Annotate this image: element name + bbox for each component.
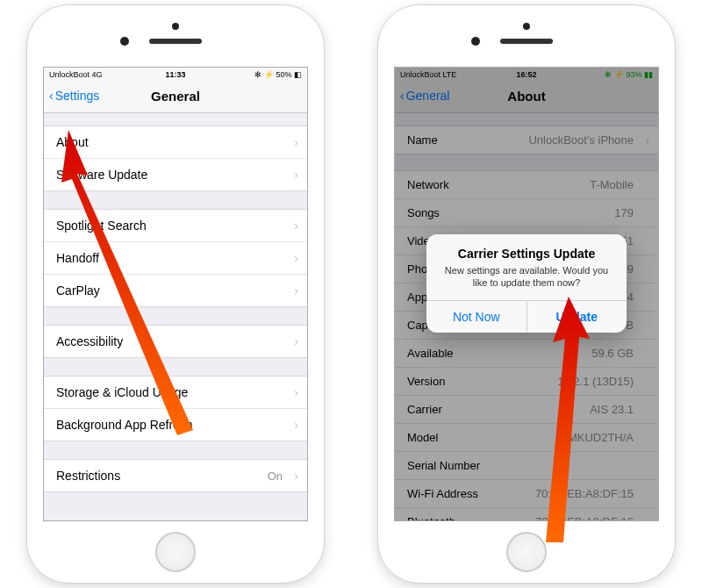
chevron-right-icon: › [294, 219, 298, 233]
earpiece [500, 39, 553, 44]
group-1: About› Software Update› [44, 125, 307, 191]
row-storage[interactable]: Storage & iCloud Usage› [44, 376, 307, 409]
alert-title: Carrier Settings Update [426, 234, 627, 264]
row-value: On [268, 470, 283, 483]
nav-title: General [44, 89, 307, 104]
row-label: Software Update [56, 168, 147, 182]
sensor-dot [172, 23, 179, 30]
row-restrictions[interactable]: RestrictionsOn› [44, 460, 307, 491]
row-bgrefresh[interactable]: Background App Refresh› [44, 409, 307, 441]
alert-buttons: Not Now Update [426, 300, 627, 333]
status-bar: UnlockBoot 4G 11:33 ✻ ⚡ 50% ◧ [44, 68, 307, 82]
phone-right: UnlockBoot LTE 16:52 ✻ ⚡ 93% ▮▮ ‹ Genera… [377, 4, 676, 584]
row-label: Background App Refresh [56, 418, 193, 432]
chevron-right-icon: › [294, 385, 298, 399]
row-label: Spotlight Search [56, 219, 147, 233]
settings-list[interactable]: About› Software Update› Spotlight Search… [44, 113, 307, 520]
alert-body: New settings are available. Would you li… [426, 264, 627, 300]
group-4: Storage & iCloud Usage› Background App R… [44, 376, 307, 441]
row-label: About [56, 135, 89, 149]
screen-right: UnlockBoot LTE 16:52 ✻ ⚡ 93% ▮▮ ‹ Genera… [394, 67, 659, 521]
chevron-right-icon: › [294, 251, 298, 265]
group-2: Spotlight Search› Handoff› CarPlay› [44, 209, 307, 307]
carrier-update-alert: Carrier Settings Update New settings are… [426, 234, 627, 333]
earpiece [149, 39, 202, 44]
group-3: Accessibility› [44, 325, 307, 358]
row-carplay[interactable]: CarPlay› [44, 275, 307, 306]
chevron-right-icon: › [294, 469, 298, 483]
row-label: CarPlay [56, 283, 100, 298]
row-label: Accessibility [56, 334, 123, 348]
row-software-update[interactable]: Software Update› [44, 159, 307, 190]
chevron-right-icon: › [294, 135, 298, 149]
chevron-right-icon: › [294, 283, 298, 298]
update-button[interactable]: Update [527, 301, 627, 333]
status-time: 11:33 [44, 70, 307, 79]
chevron-right-icon: › [294, 418, 298, 432]
home-button[interactable] [506, 532, 547, 572]
front-camera [471, 37, 480, 46]
nav-bar: ‹ Settings General [44, 82, 307, 113]
home-button[interactable] [155, 532, 196, 572]
row-label: Storage & iCloud Usage [56, 385, 188, 399]
chevron-right-icon: › [294, 334, 298, 348]
group-5: RestrictionsOn› [44, 459, 307, 492]
row-handoff[interactable]: Handoff› [44, 242, 307, 275]
screen-left: UnlockBoot 4G 11:33 ✻ ⚡ 50% ◧ ‹ Settings… [43, 67, 308, 521]
row-label: Restrictions [56, 469, 120, 483]
not-now-button[interactable]: Not Now [426, 301, 527, 333]
row-accessibility[interactable]: Accessibility› [44, 326, 307, 357]
row-label: Handoff [56, 251, 99, 265]
front-camera [120, 37, 129, 46]
sensor-dot [523, 23, 530, 30]
row-about[interactable]: About› [44, 126, 307, 159]
chevron-right-icon: › [294, 168, 298, 182]
phone-left: UnlockBoot 4G 11:33 ✻ ⚡ 50% ◧ ‹ Settings… [26, 4, 325, 584]
row-spotlight[interactable]: Spotlight Search› [44, 210, 307, 242]
